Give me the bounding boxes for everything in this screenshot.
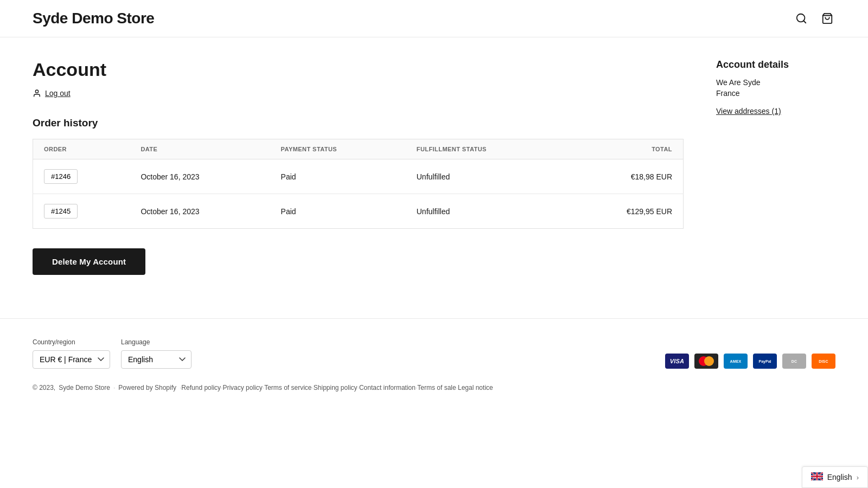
country-selector-group: Country/region EUR € | France bbox=[33, 338, 110, 369]
svg-point-3 bbox=[35, 90, 38, 93]
chevron-right-icon: › bbox=[857, 473, 859, 481]
amex-icon: AMEX bbox=[724, 354, 748, 369]
order-number-cell: #1245 bbox=[33, 194, 130, 229]
footer-link-shipping-policy[interactable]: Shipping policy bbox=[314, 384, 358, 391]
table-row: #1245 October 16, 2023 Paid Unfulfilled … bbox=[33, 194, 684, 229]
left-section: Account Log out Order history ORDER DATE… bbox=[33, 59, 684, 275]
order-date-cell: October 16, 2023 bbox=[130, 194, 270, 229]
language-label: Language bbox=[121, 338, 192, 346]
footer-link-legal-notice[interactable]: Legal notice bbox=[458, 384, 493, 391]
order-date-cell: October 16, 2023 bbox=[130, 159, 270, 194]
search-button[interactable] bbox=[793, 10, 809, 27]
table-row: #1246 October 16, 2023 Paid Unfulfilled … bbox=[33, 159, 684, 194]
right-section: Account details We Are Syde France View … bbox=[716, 59, 835, 275]
footer-link-terms-of-service[interactable]: Terms of service bbox=[264, 384, 311, 391]
language-selector-group: Language English bbox=[121, 338, 192, 369]
footer-powered-by[interactable]: Powered by Shopify bbox=[118, 384, 176, 391]
order-number-cell: #1246 bbox=[33, 159, 130, 194]
visa-icon: VISA bbox=[665, 354, 689, 369]
footer-link-refund-policy[interactable]: Refund policy bbox=[181, 384, 221, 391]
footer-link-terms-of-sale[interactable]: Terms of sale bbox=[417, 384, 456, 391]
main-content: Account Log out Order history ORDER DATE… bbox=[0, 37, 868, 275]
store-title: Syde Demo Store bbox=[33, 10, 154, 27]
language-bar[interactable]: English › bbox=[802, 466, 868, 488]
page-title: Account bbox=[33, 59, 684, 80]
footer-store-name[interactable]: Syde Demo Store bbox=[59, 384, 110, 391]
order-total-cell: €18,98 EUR bbox=[565, 159, 683, 194]
order-number-button[interactable]: #1246 bbox=[44, 169, 78, 184]
flag-icon bbox=[811, 472, 823, 482]
col-payment: PAYMENT STATUS bbox=[270, 139, 406, 159]
site-header: Syde Demo Store bbox=[0, 0, 868, 37]
lang-bar-label: English bbox=[827, 473, 852, 481]
order-payment-cell: Paid bbox=[270, 194, 406, 229]
cart-icon bbox=[821, 12, 833, 24]
country-select[interactable]: EUR € | France bbox=[33, 350, 110, 369]
order-payment-cell: Paid bbox=[270, 159, 406, 194]
col-order: ORDER bbox=[33, 139, 130, 159]
table-header: ORDER DATE PAYMENT STATUS FULFILLMENT ST… bbox=[33, 139, 684, 159]
account-details-title: Account details bbox=[716, 59, 835, 70]
account-country: France bbox=[716, 89, 835, 98]
footer-link-contact-information[interactable]: Contact information bbox=[359, 384, 416, 391]
payment-icons: VISA AMEX PayPal DC DISC bbox=[665, 354, 835, 369]
footer-top: Country/region EUR € | France Language E… bbox=[33, 338, 835, 369]
orders-tbody: #1246 October 16, 2023 Paid Unfulfilled … bbox=[33, 159, 684, 229]
order-fulfillment-cell: Unfulfilled bbox=[406, 194, 566, 229]
account-name: We Are Syde bbox=[716, 78, 835, 87]
order-fulfillment-cell: Unfulfilled bbox=[406, 159, 566, 194]
paypal-icon: PayPal bbox=[753, 354, 777, 369]
cart-button[interactable] bbox=[819, 10, 835, 27]
col-date: DATE bbox=[130, 139, 270, 159]
col-fulfillment: FULFILLMENT STATUS bbox=[406, 139, 566, 159]
footer-selectors: Country/region EUR € | France Language E… bbox=[33, 338, 192, 369]
site-footer: Country/region EUR € | France Language E… bbox=[0, 318, 868, 404]
view-addresses-button[interactable]: View addresses (1) bbox=[716, 107, 781, 115]
logout-row: Log out bbox=[33, 89, 684, 98]
diners-icon: DC bbox=[782, 354, 806, 369]
country-label: Country/region bbox=[33, 338, 110, 346]
footer-bottom: © 2023, Syde Demo Store · Powered by Sho… bbox=[33, 384, 835, 391]
mastercard-icon bbox=[694, 354, 718, 369]
delete-account-button[interactable]: Delete My Account bbox=[33, 248, 145, 275]
user-icon bbox=[33, 89, 41, 98]
footer-links: ·Refund policy·Privacy policy·Terms of s… bbox=[180, 384, 493, 391]
logout-button[interactable]: Log out bbox=[45, 89, 71, 98]
copyright: © 2023, bbox=[33, 384, 55, 391]
svg-line-1 bbox=[803, 21, 806, 23]
order-total-cell: €129,95 EUR bbox=[565, 194, 683, 229]
search-icon bbox=[795, 12, 807, 24]
language-select[interactable]: English bbox=[121, 350, 192, 369]
header-icons bbox=[793, 10, 835, 27]
discover-icon: DISC bbox=[812, 354, 835, 369]
order-history-title: Order history bbox=[33, 117, 684, 129]
footer-link-privacy-policy[interactable]: Privacy policy bbox=[222, 384, 262, 391]
orders-table: ORDER DATE PAYMENT STATUS FULFILLMENT ST… bbox=[33, 139, 684, 229]
order-number-button[interactable]: #1245 bbox=[44, 204, 78, 219]
col-total: TOTAL bbox=[565, 139, 683, 159]
